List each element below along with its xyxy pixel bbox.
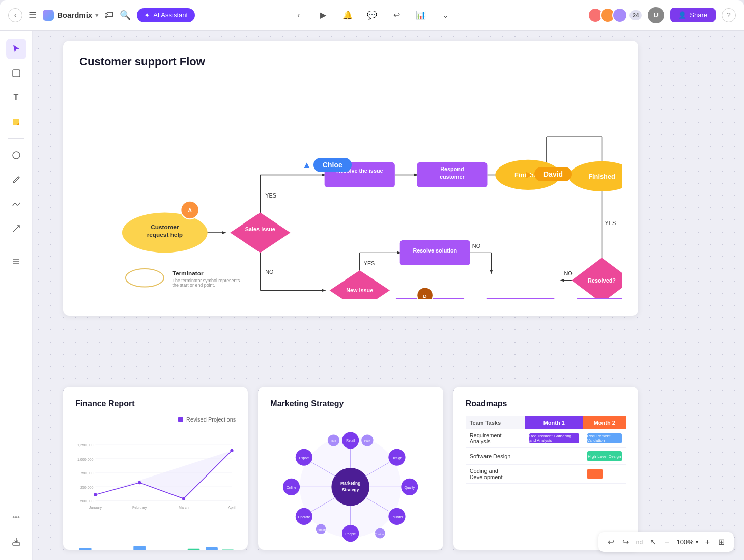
chloe-cursor: ▲ Chloe <box>302 158 352 172</box>
tag-button[interactable]: 🏷 <box>104 10 113 20</box>
menu-button[interactable]: ☰ <box>28 10 37 21</box>
shape-tool[interactable] <box>6 145 26 165</box>
text-tool[interactable]: T <box>6 88 26 108</box>
ai-assistant-button[interactable]: ✦ AI Assistant <box>137 8 195 22</box>
svg-point-88 <box>138 481 141 484</box>
svg-point-90 <box>230 449 233 452</box>
cursor-mode-button[interactable]: ↖ <box>649 536 657 548</box>
svg-rect-101 <box>188 549 200 550</box>
search-button[interactable]: 🔍 <box>120 10 131 21</box>
bell-icon[interactable]: 🔔 <box>339 7 356 23</box>
svg-text:Online: Online <box>287 486 296 489</box>
roadmap-title: Roadmaps <box>466 399 626 408</box>
svg-text:Finished: Finished <box>588 173 615 180</box>
freehand-tool[interactable] <box>6 194 26 214</box>
zoom-caret-icon: ▾ <box>696 539 698 545</box>
undo-button[interactable]: ↩ <box>607 536 615 548</box>
chart-icon[interactable]: 📊 <box>413 7 429 23</box>
frame-tool[interactable] <box>6 63 26 83</box>
redo-button[interactable]: ↪ <box>621 536 630 548</box>
more-tools-button[interactable]: ••• <box>6 507 26 527</box>
svg-text:Sales issue: Sales issue <box>245 226 275 232</box>
roadmap-bar-3-2 <box>583 465 626 484</box>
pen-tool[interactable] <box>6 170 26 190</box>
svg-text:YES: YES <box>364 260 375 266</box>
chevron-left-icon[interactable]: ‹ <box>291 7 307 23</box>
svg-text:April: April <box>228 506 236 510</box>
roadmap-task-1: Requirement Analysis <box>466 429 525 448</box>
user-avatar[interactable]: U <box>648 7 664 23</box>
svg-text:250,000: 250,000 <box>80 486 94 490</box>
export-tool[interactable] <box>6 531 26 552</box>
svg-text:Design: Design <box>392 456 403 460</box>
svg-rect-7 <box>13 543 20 545</box>
roadmap-col-tasks: Team Tasks <box>466 416 525 429</box>
bar-coding <box>587 469 603 479</box>
svg-text:NO: NO <box>472 243 480 249</box>
svg-text:NO: NO <box>265 269 273 275</box>
legend-dot <box>178 417 183 422</box>
svg-text:Contract: Contract <box>375 533 386 536</box>
chloe-label: Chloe <box>313 158 352 172</box>
svg-rect-95 <box>79 548 92 550</box>
left-sidebar: T ••• <box>0 31 33 560</box>
zoom-in-button[interactable]: + <box>704 537 711 548</box>
svg-point-87 <box>94 493 97 496</box>
svg-text:January: January <box>89 506 102 510</box>
share-label: Share <box>690 11 707 19</box>
sticky-note-tool[interactable] <box>6 112 26 132</box>
comment-icon[interactable]: 💬 <box>364 7 380 23</box>
back-button[interactable]: ‹ <box>8 8 22 22</box>
bottom-cards: Finance Report Revised Projections 1,250… <box>63 387 638 550</box>
finance-bar-chart <box>75 541 236 550</box>
connector-tool[interactable] <box>6 218 26 239</box>
svg-rect-0 <box>13 70 20 77</box>
finance-chart: 1,250,000 1,000,000 750,000 250,000 500,… <box>75 427 236 539</box>
svg-text:Retail: Retail <box>347 439 355 442</box>
roadmap-col-month2: Month 2 <box>583 416 626 429</box>
fit-view-button[interactable]: ⊞ <box>717 536 726 548</box>
svg-text:Resolved?: Resolved? <box>588 277 616 284</box>
svg-text:Path: Path <box>364 439 370 442</box>
roadmap-task-3: Coding and Development <box>466 465 525 484</box>
avatar-3 <box>612 8 627 23</box>
bar-high-level-design: High-Level Design <box>587 451 622 461</box>
list-tool[interactable] <box>6 251 26 272</box>
finance-title: Finance Report <box>75 399 236 408</box>
svg-text:customer: customer <box>440 174 465 180</box>
brand-name: Boardmix <box>57 11 92 19</box>
main-layout: T ••• Customer support Flow <box>0 31 744 560</box>
svg-rect-98 <box>133 546 146 550</box>
roadmap-body: Requirement Analysis Requirement Gatheri… <box>466 429 626 484</box>
roadmap-card: Roadmaps Team Tasks Month 1 Month 2 Requ… <box>453 387 638 550</box>
play-icon[interactable]: ▶ <box>315 7 331 23</box>
roadmap-task-2: Software Design <box>466 448 525 465</box>
undo-icon[interactable]: ↩ <box>388 7 405 23</box>
chevron-down-icon[interactable]: ⌄ <box>437 7 453 23</box>
svg-rect-57 <box>485 298 556 299</box>
flowchart-svg: YES NO YES NO <box>79 80 622 299</box>
canvas-area[interactable]: Customer support Flow YES NO <box>33 31 744 560</box>
roadmap-bar-3-1 <box>525 465 583 484</box>
sidebar-divider-1 <box>8 138 24 139</box>
share-button[interactable]: 👤 Share <box>670 8 716 22</box>
cursor-tool[interactable] <box>6 39 26 59</box>
roadmap-bar-1-1: Requirement Gathering and Analysis <box>525 429 583 448</box>
svg-text:Promote: Promote <box>316 528 327 531</box>
zoom-out-button[interactable]: − <box>664 537 670 548</box>
roadmap-row-2: Software Design High-Level Design <box>466 448 626 465</box>
bar-requirement-validation: Requirement Validation <box>587 433 622 443</box>
svg-point-66 <box>126 269 164 287</box>
svg-rect-103 <box>222 549 234 550</box>
david-label: David <box>534 167 572 181</box>
roadmap-row-3: Coding and Development <box>466 465 626 484</box>
svg-marker-38 <box>230 212 290 253</box>
svg-text:Export: Export <box>299 456 309 460</box>
roadmap-header: Team Tasks Month 1 Month 2 <box>466 416 626 429</box>
brand-logo[interactable]: Boardmix ▾ <box>43 10 98 21</box>
help-button[interactable]: ? <box>722 8 736 22</box>
svg-text:YES: YES <box>605 220 616 226</box>
ai-label: AI Assistant <box>153 11 188 19</box>
svg-text:March: March <box>179 506 189 510</box>
main-toolbar: ‹ ☰ Boardmix ▾ 🏷 🔍 ✦ AI Assistant ‹ ▶ 🔔 … <box>0 0 744 31</box>
